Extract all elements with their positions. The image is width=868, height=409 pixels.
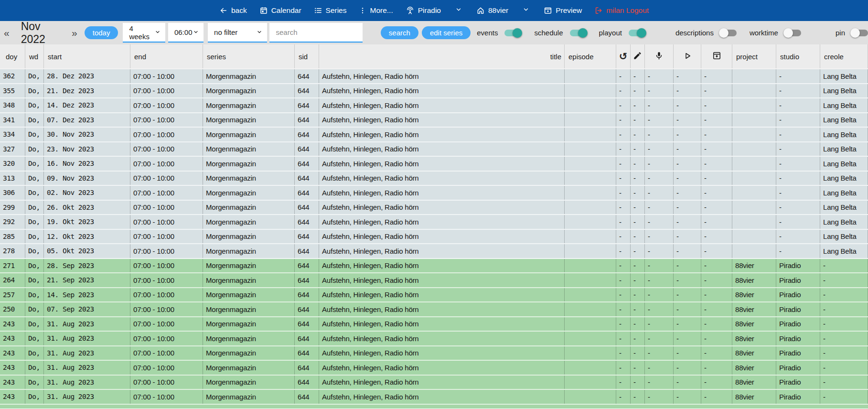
edit-series-button[interactable]: edit series — [422, 26, 471, 39]
table-row[interactable]: 250 Do, 07. Sep 2023 07:00 - 10:00 Morge… — [0, 302, 868, 317]
logout-icon — [594, 6, 603, 15]
cell-start: 30. Nov 2023 — [44, 128, 130, 141]
cell-start: 31. Aug 2023 — [44, 317, 130, 331]
table-row[interactable]: 243 Do, 31. Aug 2023 07:00 - 10:00 Morge… — [0, 390, 868, 405]
cell-episode — [565, 259, 616, 273]
table-row[interactable]: 264 Do, 21. Sep 2023 07:00 - 10:00 Morge… — [0, 273, 868, 288]
nav-piradio[interactable]: Piradio — [406, 6, 441, 15]
table-row[interactable]: 285 Do, 12. Okt 2023 07:00 - 10:00 Morge… — [0, 230, 868, 245]
more-vert-icon — [359, 6, 366, 15]
cell-archive: - — [701, 302, 732, 316]
nav-calendar[interactable]: Calendar — [259, 6, 301, 15]
cell-title: Aufstehn, Hinlegen, Radio hörn — [319, 259, 565, 273]
cell-doy: 320 — [0, 157, 25, 171]
next-month-button[interactable]: » — [72, 27, 77, 39]
table-row[interactable]: 243 Do, 31. Aug 2023 07:00 - 10:00 Morge… — [0, 317, 868, 332]
cell-start: 31. Aug 2023 — [44, 361, 130, 375]
cell-wd: Do, — [25, 172, 44, 185]
cell-mic: - — [645, 113, 674, 127]
table-row[interactable]: 243 Do, 31. Aug 2023 07:00 - 10:00 Morge… — [0, 332, 868, 346]
table-row[interactable]: 299 Do, 26. Okt 2023 07:00 - 10:00 Morge… — [0, 201, 868, 215]
cell-project — [732, 128, 776, 141]
cell-title: Aufstehn, Hinlegen, Radio hörn — [319, 142, 565, 156]
cell-play: - — [674, 98, 701, 112]
cell-start: 07. Dez 2023 — [44, 113, 130, 127]
cell-sid: 644 — [295, 302, 319, 316]
cell-title: Aufstehn, Hinlegen, Radio hörn — [319, 172, 565, 185]
cell-project: 88vier — [732, 332, 776, 345]
today-button[interactable]: today — [85, 26, 118, 39]
nav-station[interactable]: 88vier — [476, 6, 508, 15]
table-row[interactable]: 243 Do, 31. Aug 2023 07:00 - 10:00 Morge… — [0, 361, 868, 376]
table-row[interactable]: 243 Do, 31. Aug 2023 07:00 - 10:00 Morge… — [0, 376, 868, 390]
cell-end: 07:00 - 10:00 — [130, 142, 203, 156]
cell-doy: 243 — [0, 376, 25, 389]
table-row[interactable]: 292 Do, 19. Okt 2023 07:00 - 10:00 Morge… — [0, 215, 868, 230]
table-row[interactable]: 362 Do, 28. Dez 2023 07:00 - 10:00 Morge… — [0, 69, 868, 84]
prev-month-button[interactable]: « — [4, 27, 10, 39]
preview-icon — [544, 6, 552, 15]
cell-undo: - — [616, 376, 631, 389]
cell-doy: 299 — [0, 201, 25, 215]
search-input[interactable] — [276, 28, 357, 36]
table-row[interactable]: 355 Do, 21. Dez 2023 07:00 - 10:00 Morge… — [0, 84, 868, 99]
table-row[interactable]: 334 Do, 30. Nov 2023 07:00 - 10:00 Morge… — [0, 128, 868, 142]
cell-mic: - — [645, 332, 674, 345]
cell-title: Aufstehn, Hinlegen, Radio hörn — [319, 157, 565, 171]
cell-mic: - — [645, 244, 674, 258]
cell-mic: - — [645, 84, 674, 98]
cell-sid: 644 — [295, 259, 319, 273]
cell-play: - — [674, 142, 701, 156]
cell-undo: - — [616, 69, 631, 83]
table-row[interactable]: 327 Do, 23. Nov 2023 07:00 - 10:00 Morge… — [0, 142, 868, 157]
list-icon — [314, 6, 322, 15]
cell-edit: - — [631, 215, 645, 229]
table-row[interactable]: 320 Do, 16. Nov 2023 07:00 - 10:00 Morge… — [0, 157, 868, 172]
cell-series: Morgenmagazin — [203, 244, 295, 258]
cell-end: 07:00 - 10:00 — [130, 288, 203, 302]
table-row[interactable]: 271 Do, 28. Sep 2023 07:00 - 10:00 Morge… — [0, 259, 868, 274]
cell-title: Aufstehn, Hinlegen, Radio hörn — [319, 390, 565, 404]
pin-toggle[interactable] — [852, 30, 868, 36]
logout-button[interactable]: milan Logout — [594, 6, 649, 15]
schedule-toggle[interactable] — [570, 30, 586, 36]
cell-play: - — [674, 186, 701, 200]
piradio-dropdown-chevron-icon[interactable] — [455, 6, 462, 15]
cell-archive: - — [701, 361, 732, 375]
cell-creole: Lang Belta — [820, 142, 868, 156]
range-select[interactable]: 4 weeks — [123, 23, 165, 43]
filter-select[interactable]: no filter — [208, 23, 267, 43]
descriptions-toggle[interactable] — [720, 30, 737, 36]
cell-series: Morgenmagazin — [203, 390, 295, 404]
table-row[interactable]: 278 Do, 05. Okt 2023 07:00 - 10:00 Morge… — [0, 244, 868, 259]
cell-series: Morgenmagazin — [203, 186, 295, 200]
column-header-edit — [631, 44, 645, 68]
events-toggle[interactable] — [504, 30, 521, 36]
table-row[interactable]: 306 Do, 02. Nov 2023 07:00 - 10:00 Morge… — [0, 186, 868, 201]
back-button[interactable]: back — [219, 6, 247, 15]
cell-end: 07:00 - 10:00 — [130, 361, 203, 375]
table-row[interactable]: 313 Do, 09. Nov 2023 07:00 - 10:00 Morge… — [0, 172, 868, 186]
series-label: Series — [326, 6, 347, 15]
cell-edit: - — [631, 172, 645, 185]
cell-sid: 644 — [295, 142, 319, 156]
column-header-mic — [645, 44, 674, 68]
nav-preview[interactable]: Preview — [544, 6, 582, 15]
time-select[interactable]: 06:00 — [168, 23, 204, 43]
table-row[interactable]: 257 Do, 14. Sep 2023 07:00 - 10:00 Morge… — [0, 288, 868, 303]
station-dropdown-chevron-icon[interactable] — [523, 6, 529, 15]
cell-project — [732, 201, 776, 215]
table-row[interactable]: 243 Do, 31. Aug 2023 07:00 - 10:00 Morge… — [0, 346, 868, 361]
playout-toggle[interactable] — [629, 30, 645, 36]
table-row[interactable]: 341 Do, 07. Dez 2023 07:00 - 10:00 Morge… — [0, 113, 868, 128]
worktime-toggle[interactable] — [785, 30, 801, 36]
column-header-title: title — [319, 44, 565, 68]
table-row[interactable]: 348 Do, 14. Dez 2023 07:00 - 10:00 Morge… — [0, 98, 868, 113]
more-label: More... — [370, 6, 393, 15]
search-button[interactable]: search — [381, 26, 418, 39]
cell-wd: Do, — [25, 201, 44, 215]
events-toggle-label: events — [477, 29, 498, 37]
cell-doy: 264 — [0, 273, 25, 287]
nav-series[interactable]: Series — [314, 6, 347, 15]
nav-more[interactable]: More... — [359, 6, 393, 15]
